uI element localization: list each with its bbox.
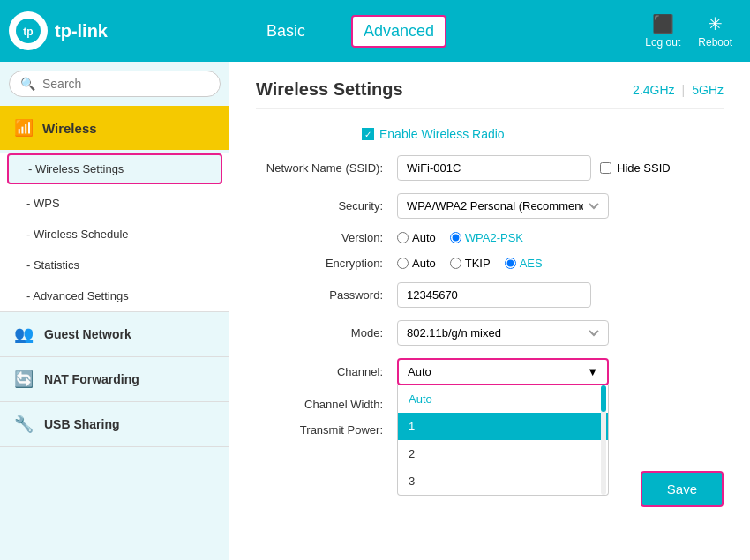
- channel-option-auto[interactable]: Auto: [398, 385, 608, 413]
- sidebar: 🔍 📶 Wireless - Wireless Settings - WPS -…: [0, 62, 229, 560]
- guest-network-icon: 👥: [14, 325, 34, 344]
- nat-icon: 🔄: [14, 370, 34, 389]
- sidebar-item-nat-forwarding[interactable]: 🔄 NAT Forwarding: [0, 357, 229, 402]
- channel-option-2[interactable]: 2: [398, 440, 608, 467]
- usb-label: USB Sharing: [44, 417, 120, 431]
- sidebar-item-usb-sharing[interactable]: 🔧 USB Sharing: [0, 402, 229, 447]
- security-select[interactable]: WPA/WPA2 Personal (Recommended): [397, 193, 609, 219]
- sidebar-item-wireless[interactable]: 📶 Wireless: [0, 106, 229, 150]
- wireless-section: 📶 Wireless - Wireless Settings - WPS - W…: [0, 106, 229, 312]
- logout-icon: ⬛: [652, 13, 674, 34]
- channel-selected-value: Auto: [408, 365, 431, 378]
- sidebar-sub-statistics[interactable]: - Statistics: [0, 250, 229, 280]
- password-row: Password:: [256, 282, 724, 308]
- hide-ssid-checkbox[interactable]: [600, 162, 611, 174]
- page-title: Wireless Settings: [256, 79, 403, 100]
- channel-option-1[interactable]: 1: [398, 413, 608, 440]
- tab-advanced[interactable]: Advanced: [351, 15, 446, 48]
- encryption-row: Encryption: Auto TKIP AES: [256, 257, 724, 270]
- security-row: Security: WPA/WPA2 Personal (Recommended…: [256, 193, 724, 219]
- enable-wireless-row: ✓ Enable Wireless Radio: [256, 127, 724, 141]
- version-wpa2psk-label: WPA2-PSK: [465, 231, 523, 244]
- encryption-controls: Auto TKIP AES: [397, 257, 724, 270]
- hide-ssid-area: Hide SSID: [600, 161, 671, 175]
- mode-label: Mode:: [256, 326, 397, 340]
- search-box[interactable]: 🔍: [9, 71, 221, 97]
- usb-icon: 🔧: [14, 414, 34, 434]
- sidebar-item-guest-network[interactable]: 👥 Guest Network: [0, 312, 229, 357]
- mode-controls: 802.11b/g/n mixed: [397, 320, 724, 346]
- enable-wireless-checkbox-label[interactable]: ✓ Enable Wireless Radio: [362, 127, 505, 141]
- scrollbar-track: [601, 385, 606, 495]
- enc-tkip-label: TKIP: [465, 257, 491, 270]
- security-controls: WPA/WPA2 Personal (Recommended): [397, 193, 724, 219]
- wireless-settings-form: ✓ Enable Wireless Radio Network Name (SS…: [256, 127, 724, 437]
- channel-label: Channel:: [256, 365, 397, 378]
- wireless-label: Wireless: [42, 121, 97, 136]
- save-button-area: Save: [641, 471, 724, 507]
- svg-text:tp: tp: [23, 26, 33, 38]
- wireless-icon: 📶: [14, 118, 34, 138]
- transmit-power-label: Transmit Power:: [256, 423, 397, 437]
- security-label: Security:: [256, 199, 397, 213]
- wireless-sub-items: - Wireless Settings - WPS - Wireless Sch…: [0, 153, 229, 311]
- nat-label: NAT Forwarding: [44, 372, 139, 386]
- sidebar-sub-wps[interactable]: - WPS: [0, 188, 229, 219]
- mode-row: Mode: 802.11b/g/n mixed: [256, 320, 724, 346]
- freq-separator: |: [682, 83, 686, 97]
- network-name-controls: Hide SSID: [397, 155, 724, 181]
- version-auto-radio[interactable]: Auto: [397, 231, 436, 244]
- reboot-button[interactable]: ✳ Reboot: [698, 13, 732, 49]
- version-radio-group: Auto WPA2-PSK: [397, 231, 523, 244]
- channel-option-3[interactable]: 3: [398, 467, 608, 495]
- freq-tabs: 2.4GHz | 5GHz: [633, 83, 724, 97]
- enc-tkip-input[interactable]: [450, 258, 461, 269]
- logout-label: Log out: [645, 36, 680, 49]
- version-label: Version:: [256, 231, 397, 244]
- search-input[interactable]: [42, 77, 209, 91]
- main-layout: 🔍 📶 Wireless - Wireless Settings - WPS -…: [0, 62, 750, 560]
- mode-select[interactable]: 802.11b/g/n mixed: [397, 320, 609, 346]
- content-area: Wireless Settings 2.4GHz | 5GHz ✓ Enable…: [229, 62, 750, 560]
- channel-dropdown: Auto 1 2 3: [397, 385, 609, 496]
- sidebar-sub-advanced-settings[interactable]: - Advanced Settings: [0, 280, 229, 311]
- top-nav: tp tp-link Basic Advanced ⬛ Log out ✳ Re…: [0, 0, 750, 62]
- freq-5ghz-tab[interactable]: 5GHz: [692, 83, 724, 97]
- channel-controls: Auto ▼ Auto 1 2 3: [397, 358, 724, 385]
- version-controls: Auto WPA2-PSK: [397, 231, 724, 244]
- logo-area: tp tp-link: [0, 11, 229, 50]
- enable-wireless-checkbox[interactable]: ✓: [362, 128, 374, 140]
- channel-select-display[interactable]: Auto ▼: [397, 358, 609, 385]
- hide-ssid-label: Hide SSID: [617, 161, 671, 175]
- version-auto-input[interactable]: [397, 232, 409, 243]
- content-header: Wireless Settings 2.4GHz | 5GHz: [256, 79, 724, 109]
- channel-width-label: Channel Width:: [256, 398, 397, 411]
- logout-button[interactable]: ⬛ Log out: [645, 13, 680, 49]
- enc-tkip-radio[interactable]: TKIP: [450, 257, 491, 270]
- reboot-label: Reboot: [698, 36, 732, 49]
- channel-dropdown-wrapper: Auto ▼ Auto 1 2 3: [397, 358, 609, 385]
- password-controls: [397, 282, 724, 308]
- enable-wireless-label: Enable Wireless Radio: [379, 127, 505, 141]
- freq-2ghz-tab[interactable]: 2.4GHz: [633, 83, 674, 97]
- enc-aes-input[interactable]: [505, 258, 516, 269]
- enc-aes-radio[interactable]: AES: [505, 257, 543, 270]
- password-input[interactable]: [397, 282, 591, 308]
- enc-auto-radio[interactable]: Auto: [397, 257, 436, 270]
- logo-text: tp-link: [55, 21, 108, 41]
- tab-basic[interactable]: Basic: [256, 17, 316, 46]
- network-name-row: Network Name (SSID): Hide SSID: [256, 155, 724, 181]
- sidebar-sub-wireless-schedule[interactable]: - Wireless Schedule: [0, 219, 229, 250]
- version-wpa2psk-input[interactable]: [450, 232, 461, 243]
- nav-actions: ⬛ Log out ✳ Reboot: [645, 13, 750, 49]
- save-button[interactable]: Save: [641, 471, 724, 507]
- version-wpa2psk-radio[interactable]: WPA2-PSK: [450, 231, 523, 244]
- network-name-input[interactable]: [397, 155, 591, 181]
- channel-row: Channel: Auto ▼ Auto 1 2 3: [256, 358, 724, 385]
- sidebar-sub-wireless-settings[interactable]: - Wireless Settings: [7, 153, 222, 184]
- scrollbar-thumb: [601, 385, 606, 412]
- enc-auto-label: Auto: [412, 257, 436, 270]
- enc-auto-input[interactable]: [397, 258, 409, 269]
- encryption-radio-group: Auto TKIP AES: [397, 257, 543, 270]
- nav-tabs: Basic Advanced: [229, 15, 645, 48]
